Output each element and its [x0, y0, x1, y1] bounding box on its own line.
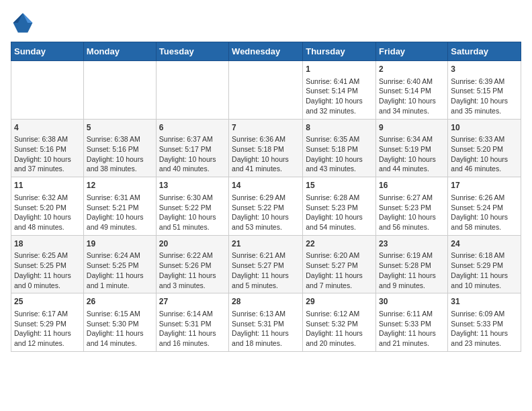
calendar-cell: 31Sunrise: 6:09 AM Sunset: 5:33 PM Dayli…	[448, 293, 521, 352]
calendar-cell	[83, 61, 156, 120]
logo	[11, 11, 39, 35]
calendar-cell: 10Sunrise: 6:33 AM Sunset: 5:20 PM Dayli…	[448, 119, 521, 177]
calendar-cell: 5Sunrise: 6:38 AM Sunset: 5:16 PM Daylig…	[83, 119, 156, 177]
cell-content: Sunrise: 6:31 AM Sunset: 5:21 PM Dayligh…	[87, 193, 153, 232]
day-number: 2	[379, 64, 445, 75]
day-number: 4	[14, 122, 81, 134]
day-number: 23	[379, 238, 445, 250]
calendar-cell: 11Sunrise: 6:32 AM Sunset: 5:20 PM Dayli…	[11, 177, 84, 236]
calendar-cell: 6Sunrise: 6:37 AM Sunset: 5:17 PM Daylig…	[156, 119, 228, 177]
week-row-3: 11Sunrise: 6:32 AM Sunset: 5:20 PM Dayli…	[11, 177, 521, 236]
day-header-friday: Friday	[376, 42, 448, 61]
day-number: 7	[232, 122, 300, 134]
calendar-cell: 26Sunrise: 6:15 AM Sunset: 5:30 PM Dayli…	[83, 293, 156, 352]
cell-content: Sunrise: 6:21 AM Sunset: 5:27 PM Dayligh…	[232, 250, 300, 290]
day-number: 18	[14, 238, 81, 250]
cell-content: Sunrise: 6:39 AM Sunset: 5:15 PM Dayligh…	[451, 77, 518, 116]
page-header	[11, 11, 521, 35]
calendar-cell: 9Sunrise: 6:34 AM Sunset: 5:19 PM Daylig…	[376, 119, 448, 177]
calendar-cell: 1Sunrise: 6:41 AM Sunset: 5:14 PM Daylig…	[303, 61, 376, 120]
cell-content: Sunrise: 6:35 AM Sunset: 5:18 PM Dayligh…	[306, 134, 373, 174]
cell-content: Sunrise: 6:34 AM Sunset: 5:19 PM Dayligh…	[379, 134, 445, 174]
day-number: 16	[379, 180, 445, 191]
day-number: 26	[87, 296, 153, 308]
cell-content: Sunrise: 6:41 AM Sunset: 5:14 PM Dayligh…	[306, 77, 373, 116]
cell-content: Sunrise: 6:12 AM Sunset: 5:32 PM Dayligh…	[306, 309, 373, 349]
day-header-wednesday: Wednesday	[229, 42, 303, 61]
day-number: 31	[451, 296, 518, 308]
cell-content: Sunrise: 6:15 AM Sunset: 5:30 PM Dayligh…	[87, 309, 153, 349]
calendar-cell: 21Sunrise: 6:21 AM Sunset: 5:27 PM Dayli…	[229, 235, 303, 293]
day-number: 19	[87, 238, 153, 250]
week-row-1: 1Sunrise: 6:41 AM Sunset: 5:14 PM Daylig…	[11, 61, 521, 120]
calendar-cell: 27Sunrise: 6:14 AM Sunset: 5:31 PM Dayli…	[156, 293, 228, 352]
cell-content: Sunrise: 6:24 AM Sunset: 5:25 PM Dayligh…	[87, 250, 153, 290]
cell-content: Sunrise: 6:38 AM Sunset: 5:16 PM Dayligh…	[14, 134, 81, 174]
cell-content: Sunrise: 6:18 AM Sunset: 5:29 PM Dayligh…	[451, 250, 518, 290]
day-number: 1	[306, 64, 373, 75]
day-header-thursday: Thursday	[303, 42, 376, 61]
calendar-cell: 3Sunrise: 6:39 AM Sunset: 5:15 PM Daylig…	[448, 61, 521, 120]
calendar-cell	[11, 61, 84, 120]
day-number: 13	[159, 180, 226, 191]
calendar-cell: 7Sunrise: 6:36 AM Sunset: 5:18 PM Daylig…	[229, 119, 303, 177]
day-number: 8	[306, 122, 373, 134]
cell-content: Sunrise: 6:20 AM Sunset: 5:27 PM Dayligh…	[306, 250, 373, 290]
cell-content: Sunrise: 6:14 AM Sunset: 5:31 PM Dayligh…	[159, 309, 226, 349]
cell-content: Sunrise: 6:37 AM Sunset: 5:17 PM Dayligh…	[159, 134, 226, 174]
cell-content: Sunrise: 6:09 AM Sunset: 5:33 PM Dayligh…	[451, 309, 518, 349]
cell-content: Sunrise: 6:33 AM Sunset: 5:20 PM Dayligh…	[451, 134, 518, 174]
calendar-cell: 8Sunrise: 6:35 AM Sunset: 5:18 PM Daylig…	[303, 119, 376, 177]
calendar-cell: 17Sunrise: 6:26 AM Sunset: 5:24 PM Dayli…	[448, 177, 521, 236]
week-row-2: 4Sunrise: 6:38 AM Sunset: 5:16 PM Daylig…	[11, 119, 521, 177]
calendar-cell: 20Sunrise: 6:22 AM Sunset: 5:26 PM Dayli…	[156, 235, 228, 293]
logo-icon	[11, 11, 35, 35]
calendar-cell: 24Sunrise: 6:18 AM Sunset: 5:29 PM Dayli…	[448, 235, 521, 293]
day-header-sunday: Sunday	[11, 42, 84, 61]
calendar-table: SundayMondayTuesdayWednesdayThursdayFrid…	[11, 42, 521, 352]
calendar-cell: 18Sunrise: 6:25 AM Sunset: 5:25 PM Dayli…	[11, 235, 84, 293]
cell-content: Sunrise: 6:28 AM Sunset: 5:23 PM Dayligh…	[306, 193, 373, 232]
day-number: 22	[306, 238, 373, 250]
day-number: 3	[451, 64, 518, 75]
cell-content: Sunrise: 6:27 AM Sunset: 5:23 PM Dayligh…	[379, 193, 445, 232]
calendar-cell: 16Sunrise: 6:27 AM Sunset: 5:23 PM Dayli…	[376, 177, 448, 236]
day-number: 28	[232, 296, 300, 308]
cell-content: Sunrise: 6:32 AM Sunset: 5:20 PM Dayligh…	[14, 193, 81, 232]
cell-content: Sunrise: 6:40 AM Sunset: 5:14 PM Dayligh…	[379, 77, 445, 116]
cell-content: Sunrise: 6:26 AM Sunset: 5:24 PM Dayligh…	[451, 193, 518, 232]
cell-content: Sunrise: 6:22 AM Sunset: 5:26 PM Dayligh…	[159, 250, 226, 290]
calendar-cell: 14Sunrise: 6:29 AM Sunset: 5:22 PM Dayli…	[229, 177, 303, 236]
calendar-cell: 13Sunrise: 6:30 AM Sunset: 5:22 PM Dayli…	[156, 177, 228, 236]
cell-content: Sunrise: 6:30 AM Sunset: 5:22 PM Dayligh…	[159, 193, 226, 232]
day-header-monday: Monday	[83, 42, 156, 61]
calendar-cell: 19Sunrise: 6:24 AM Sunset: 5:25 PM Dayli…	[83, 235, 156, 293]
cell-content: Sunrise: 6:13 AM Sunset: 5:31 PM Dayligh…	[232, 309, 300, 349]
cell-content: Sunrise: 6:38 AM Sunset: 5:16 PM Dayligh…	[87, 134, 153, 174]
calendar-cell: 29Sunrise: 6:12 AM Sunset: 5:32 PM Dayli…	[303, 293, 376, 352]
calendar-cell: 12Sunrise: 6:31 AM Sunset: 5:21 PM Dayli…	[83, 177, 156, 236]
cell-content: Sunrise: 6:19 AM Sunset: 5:28 PM Dayligh…	[379, 250, 445, 290]
day-number: 21	[232, 238, 300, 250]
day-number: 9	[379, 122, 445, 134]
calendar-cell: 15Sunrise: 6:28 AM Sunset: 5:23 PM Dayli…	[303, 177, 376, 236]
day-number: 30	[379, 296, 445, 308]
calendar-cell: 22Sunrise: 6:20 AM Sunset: 5:27 PM Dayli…	[303, 235, 376, 293]
day-number: 25	[14, 296, 81, 308]
day-number: 15	[306, 180, 373, 191]
header-row: SundayMondayTuesdayWednesdayThursdayFrid…	[11, 42, 521, 61]
week-row-4: 18Sunrise: 6:25 AM Sunset: 5:25 PM Dayli…	[11, 235, 521, 293]
week-row-5: 25Sunrise: 6:17 AM Sunset: 5:29 PM Dayli…	[11, 293, 521, 352]
day-number: 20	[159, 238, 226, 250]
calendar-cell: 30Sunrise: 6:11 AM Sunset: 5:33 PM Dayli…	[376, 293, 448, 352]
calendar-cell: 2Sunrise: 6:40 AM Sunset: 5:14 PM Daylig…	[376, 61, 448, 120]
day-number: 27	[159, 296, 226, 308]
cell-content: Sunrise: 6:25 AM Sunset: 5:25 PM Dayligh…	[14, 250, 81, 290]
day-number: 14	[232, 180, 300, 191]
day-number: 17	[451, 180, 518, 191]
calendar-cell: 25Sunrise: 6:17 AM Sunset: 5:29 PM Dayli…	[11, 293, 84, 352]
calendar-cell: 4Sunrise: 6:38 AM Sunset: 5:16 PM Daylig…	[11, 119, 84, 177]
cell-content: Sunrise: 6:36 AM Sunset: 5:18 PM Dayligh…	[232, 134, 300, 174]
calendar-cell	[229, 61, 303, 120]
calendar-cell	[156, 61, 228, 120]
